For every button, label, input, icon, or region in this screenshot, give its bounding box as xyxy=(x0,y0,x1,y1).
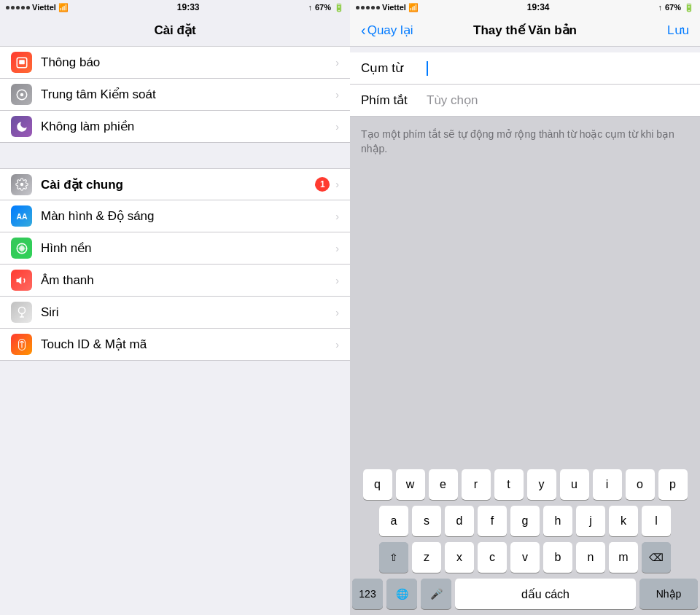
key-p[interactable]: p xyxy=(658,469,688,500)
general-chevron: › xyxy=(335,179,339,190)
siri-chevron: › xyxy=(335,307,339,318)
control-label: Trung tâm Kiểm soát xyxy=(41,87,335,102)
key-w[interactable]: w xyxy=(396,469,425,500)
key-j[interactable]: j xyxy=(576,506,605,536)
left-nav-title: Cài đặt xyxy=(154,23,195,38)
siri-label: Siri xyxy=(41,305,335,320)
form-top-gap xyxy=(350,47,700,52)
key-n[interactable]: n xyxy=(576,542,605,573)
settings-item-notifications[interactable]: Thông báo › xyxy=(0,47,350,79)
touchid-label: Touch ID & Mật mã xyxy=(41,337,335,352)
left-carrier: Viettel xyxy=(32,3,56,12)
left-battery: ↑ 67% 🔋 xyxy=(308,3,344,12)
notifications-icon xyxy=(11,52,32,73)
back-button[interactable]: ‹ Quay lại xyxy=(361,22,413,39)
save-button[interactable]: Lưu xyxy=(667,23,689,38)
right-location-icon: ↑ xyxy=(658,3,662,12)
right-status-bar: Viettel 📶 19:34 ↑ 67% 🔋 xyxy=(350,0,700,15)
sound-icon xyxy=(11,270,32,291)
right-battery-icon: 🔋 xyxy=(684,3,694,12)
right-carrier: Viettel xyxy=(382,3,406,12)
settings-item-sound[interactable]: Âm thanh › xyxy=(0,265,350,297)
phrase-row[interactable]: Cụm từ xyxy=(350,52,700,85)
back-label: Quay lại xyxy=(368,23,413,38)
shortcut-label: Phím tắt xyxy=(361,93,427,108)
settings-item-dnd[interactable]: Không làm phiền › xyxy=(0,111,350,143)
display-label: Màn hình & Độ sáng xyxy=(41,208,335,224)
key-r[interactable]: r xyxy=(462,469,491,500)
right-nav-title: Thay thế Văn bản xyxy=(473,23,577,38)
right-battery: ↑ 67% 🔋 xyxy=(658,3,694,12)
key-y[interactable]: y xyxy=(527,469,556,500)
key-globe[interactable]: 🌐 xyxy=(386,579,417,609)
shortcut-value: Tùy chọn xyxy=(427,93,689,108)
key-b[interactable]: b xyxy=(543,542,572,573)
key-t[interactable]: t xyxy=(494,469,524,500)
key-e[interactable]: e xyxy=(429,469,458,500)
settings-item-siri[interactable]: Siri › xyxy=(0,297,350,329)
key-123[interactable]: 123 xyxy=(352,579,383,609)
left-battery-icon: 🔋 xyxy=(334,3,344,12)
key-o[interactable]: o xyxy=(626,469,655,500)
key-a[interactable]: a xyxy=(379,506,408,536)
key-m[interactable]: m xyxy=(609,542,638,573)
settings-group-2: Cài đặt chung 1 › AA Màn hình & Độ sáng … xyxy=(0,168,350,361)
keyboard-row-2: a s d f g h j k l xyxy=(352,506,698,536)
phrase-label: Cụm từ xyxy=(361,60,427,76)
touchid-icon xyxy=(11,334,32,355)
control-chevron: › xyxy=(335,89,339,101)
general-badge: 1 xyxy=(315,177,330,192)
settings-list: Thông báo › Trung tâm Kiểm soát › Không … xyxy=(0,47,350,615)
shortcut-row[interactable]: Phím tắt Tùy chọn xyxy=(350,85,700,117)
notifications-chevron: › xyxy=(335,57,339,68)
key-h[interactable]: h xyxy=(543,506,572,536)
key-k[interactable]: k xyxy=(609,506,638,536)
key-shift[interactable]: ⇧ xyxy=(379,542,408,573)
key-f[interactable]: f xyxy=(478,506,507,536)
svg-point-4 xyxy=(20,183,23,187)
key-d[interactable]: d xyxy=(445,506,474,536)
sound-chevron: › xyxy=(335,275,339,286)
right-time: 19:34 xyxy=(527,2,550,12)
right-carrier-signal: Viettel 📶 xyxy=(356,3,419,12)
settings-group-1: Thông báo › Trung tâm Kiểm soát › Không … xyxy=(0,47,350,143)
left-status-bar: Viettel 📶 19:33 ↑ 67% 🔋 xyxy=(0,0,350,15)
svg-point-3 xyxy=(20,93,23,96)
siri-icon xyxy=(11,302,32,323)
svg-marker-8 xyxy=(16,276,21,284)
keyboard-spacer xyxy=(350,175,700,463)
key-nhap[interactable]: Nhập xyxy=(639,579,698,609)
key-space[interactable]: dấu cách xyxy=(455,579,636,609)
key-g[interactable]: g xyxy=(510,506,540,536)
key-q[interactable]: q xyxy=(363,469,392,500)
settings-item-display[interactable]: AA Màn hình & Độ sáng › xyxy=(0,200,350,232)
touchid-chevron: › xyxy=(335,339,339,350)
key-s[interactable]: s xyxy=(412,506,441,536)
key-delete[interactable]: ⌫ xyxy=(642,542,671,573)
svg-point-9 xyxy=(18,307,25,313)
key-z[interactable]: z xyxy=(412,542,441,573)
keyboard: q w e r t y u i o p a s d f g h j k l ⇧ … xyxy=(350,463,700,615)
svg-text:AA: AA xyxy=(16,211,28,220)
control-icon xyxy=(11,84,32,105)
form-section: Cụm từ Phím tắt Tùy chọn xyxy=(350,52,700,117)
settings-item-touchid[interactable]: Touch ID & Mật mã › xyxy=(0,329,350,361)
settings-item-general[interactable]: Cài đặt chung 1 › xyxy=(0,168,350,200)
right-battery-pct: 67% xyxy=(665,3,681,12)
keyboard-bottom-row: 123 🌐 🎤 dấu cách Nhập xyxy=(352,579,698,609)
keyboard-row-3: ⇧ z x c v b n m ⌫ xyxy=(352,542,698,573)
key-c[interactable]: c xyxy=(478,542,507,573)
key-v[interactable]: v xyxy=(510,542,540,573)
left-location-icon: ↑ xyxy=(308,3,312,12)
key-u[interactable]: u xyxy=(560,469,589,500)
key-l[interactable]: l xyxy=(642,506,671,536)
key-x[interactable]: x xyxy=(445,542,474,573)
key-i[interactable]: i xyxy=(593,469,622,500)
right-nav-bar: ‹ Quay lại Thay thế Văn bản Lưu xyxy=(350,15,700,47)
left-carrier-signal: Viettel 📶 xyxy=(6,3,69,12)
settings-item-wallpaper[interactable]: Hình nền › xyxy=(0,232,350,265)
left-battery-pct: 67% xyxy=(315,3,331,12)
key-mic[interactable]: 🎤 xyxy=(421,579,451,609)
wallpaper-chevron: › xyxy=(335,243,339,254)
settings-item-control[interactable]: Trung tâm Kiểm soát › xyxy=(0,79,350,111)
